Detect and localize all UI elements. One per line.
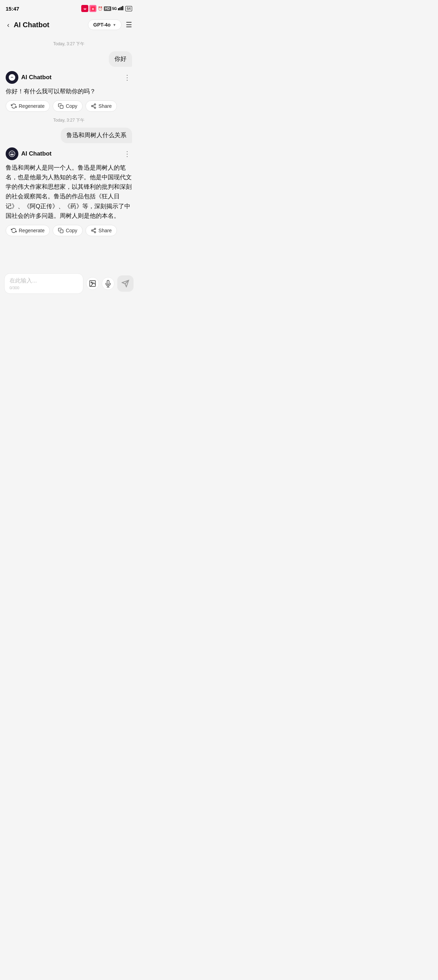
ai-content-2: 鲁迅和周树人是同一个人。鲁迅是周树人的笔名，也是他最为人熟知的名字。他是中国现代… — [6, 163, 132, 221]
user-message-2: 鲁迅和周树人什么关系 — [0, 126, 138, 145]
ai-header-2: AI Chatbot ⋮ — [6, 148, 132, 160]
copy-icon — [58, 103, 63, 109]
svg-rect-7 — [122, 6, 123, 10]
svg-line-14 — [93, 107, 95, 108]
battery-icon: 64 — [125, 6, 132, 11]
input-area: 在此输入... 0/300 — [0, 270, 138, 299]
voice-button[interactable] — [102, 277, 114, 290]
ai-avatar-1 — [6, 71, 18, 84]
hd-icon: HD — [104, 6, 111, 11]
ai-more-options-1[interactable]: ⋮ — [122, 72, 132, 83]
input-placeholder[interactable]: 在此输入... — [10, 277, 78, 286]
nav-left: ‹ AI Chatbot — [6, 19, 49, 30]
input-counter: 0/300 — [10, 286, 78, 290]
back-button[interactable]: ‹ — [6, 19, 11, 30]
svg-point-20 — [94, 232, 96, 233]
status-icons: W B ⏰ HD 5G 64 — [81, 5, 132, 12]
ai-more-options-2[interactable]: ⋮ — [122, 148, 132, 159]
ai-identity-1: AI Chatbot — [6, 71, 52, 84]
copy-button-2[interactable]: Copy — [52, 225, 83, 236]
signal-bars-icon — [118, 6, 124, 11]
chat-area: Today, 3:27 下午 你好 AI Chatbot ⋮ 你好！有什么我可以… — [0, 34, 138, 270]
svg-line-22 — [93, 229, 95, 230]
app-icon-1: W — [81, 5, 88, 12]
signal-5g-icon: 5G — [112, 7, 117, 11]
model-selector-button[interactable]: GPT-4o ▼ — [88, 19, 122, 30]
user-bubble-1: 你好 — [109, 51, 132, 67]
nav-bar: ‹ AI Chatbot GPT-4o ▼ ☰ — [0, 16, 138, 34]
ai-name-2: AI Chatbot — [21, 150, 52, 158]
ai-message-2: AI Chatbot ⋮ 鲁迅和周树人是同一个人。鲁迅是周树人的笔名，也是他最为… — [0, 145, 138, 237]
share-icon-2 — [91, 228, 97, 233]
user-message-1: 你好 — [0, 50, 138, 68]
regenerate-icon-2 — [11, 228, 17, 233]
copy-icon-2 — [58, 228, 63, 233]
svg-rect-6 — [121, 7, 122, 10]
alarm-icon: ⏰ — [98, 6, 103, 11]
svg-rect-5 — [119, 8, 121, 10]
action-buttons-1: Regenerate Copy Share — [6, 100, 132, 112]
ai-message-1: AI Chatbot ⋮ 你好！有什么我可以帮助你的吗？ Regenerate … — [0, 68, 138, 113]
send-button[interactable] — [117, 275, 133, 292]
svg-rect-17 — [60, 230, 63, 233]
nav-right: GPT-4o ▼ ☰ — [88, 19, 132, 30]
svg-text:B: B — [92, 8, 94, 11]
image-add-button[interactable] — [86, 277, 99, 290]
svg-point-19 — [92, 230, 93, 231]
ai-avatar-2 — [6, 148, 18, 160]
share-icon — [91, 103, 97, 109]
svg-point-16 — [9, 151, 15, 157]
input-box[interactable]: 在此输入... 0/300 — [4, 273, 83, 294]
svg-rect-8 — [124, 6, 124, 10]
svg-line-21 — [93, 231, 95, 232]
timestamp-1: Today, 3:27 下午 — [0, 37, 138, 50]
svg-point-13 — [94, 107, 96, 108]
voice-icon — [104, 280, 112, 288]
svg-rect-10 — [60, 105, 63, 108]
regenerate-button-2[interactable]: Regenerate — [6, 225, 50, 236]
ai-name-1: AI Chatbot — [21, 74, 52, 81]
svg-text:W: W — [83, 8, 86, 11]
menu-button[interactable]: ☰ — [126, 21, 132, 29]
svg-line-15 — [93, 105, 95, 106]
image-add-icon — [89, 280, 97, 288]
svg-point-11 — [94, 103, 96, 105]
ai-identity-2: AI Chatbot — [6, 148, 52, 160]
svg-point-18 — [94, 228, 96, 229]
user-bubble-2: 鲁迅和周树人什么关系 — [61, 127, 132, 143]
action-buttons-2: Regenerate Copy Share — [6, 225, 132, 236]
timestamp-2: Today, 3:27 下午 — [0, 113, 138, 126]
ai-header-1: AI Chatbot ⋮ — [6, 71, 132, 84]
ai-content-1: 你好！有什么我可以帮助你的吗？ — [6, 87, 132, 96]
input-action-icons — [86, 277, 114, 290]
send-icon — [122, 280, 129, 288]
svg-point-24 — [91, 282, 92, 283]
status-time: 15:47 — [6, 6, 19, 12]
page-title: AI Chatbot — [14, 21, 49, 29]
app-icon-2: B — [89, 5, 97, 12]
regenerate-button-1[interactable]: Regenerate — [6, 100, 50, 112]
share-button-2[interactable]: Share — [86, 225, 117, 236]
regenerate-icon — [11, 103, 17, 109]
svg-point-12 — [92, 105, 93, 107]
status-bar: 15:47 W B ⏰ HD 5G 64 — [0, 0, 138, 16]
model-selector-label: GPT-4o — [93, 22, 111, 27]
svg-rect-4 — [118, 8, 119, 10]
share-button-1[interactable]: Share — [86, 100, 117, 112]
copy-button-1[interactable]: Copy — [52, 100, 83, 112]
chevron-down-icon: ▼ — [113, 23, 116, 27]
system-status-icons: ⏰ HD 5G 64 — [98, 6, 132, 11]
app-notification-icons: W B — [81, 5, 97, 12]
